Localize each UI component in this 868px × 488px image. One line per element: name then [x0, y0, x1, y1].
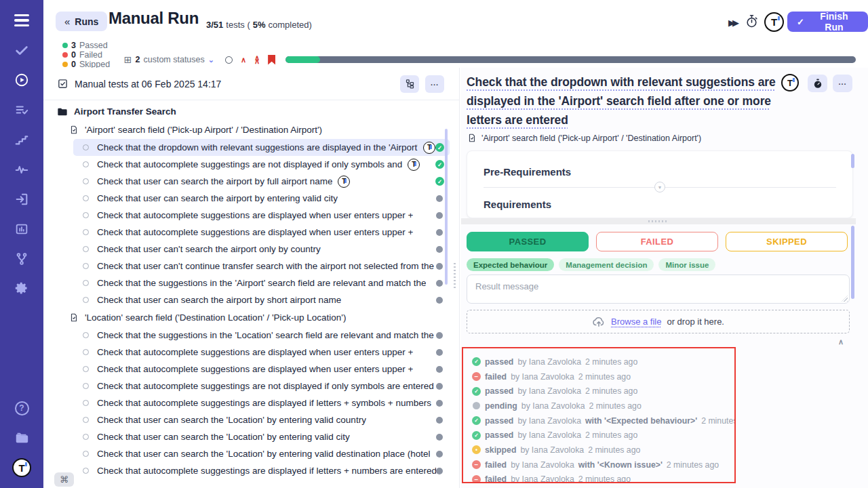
- fast-forward-icon[interactable]: ▶▶: [728, 18, 736, 28]
- detail-scrollbar-bottom[interactable]: [851, 226, 854, 299]
- completed-percent: 5%: [253, 20, 266, 30]
- tree-test-row[interactable]: Check that autocomplete suggestings are …: [73, 394, 450, 411]
- menu-icon[interactable]: [8, 7, 35, 34]
- reports-chart-icon[interactable]: [8, 216, 35, 243]
- tree-test-row[interactable]: Check that autocomplete suggestions are …: [73, 344, 450, 361]
- checklist-icon: [57, 78, 68, 89]
- testomat-logo[interactable]: T: [8, 454, 35, 481]
- skipped-button[interactable]: SKIPPED: [726, 232, 848, 251]
- branch-icon[interactable]: [8, 245, 35, 272]
- browse-file-link[interactable]: Browse a file: [611, 317, 661, 327]
- activity-status-icon: [472, 475, 481, 483]
- tree-scrollbar[interactable]: [445, 129, 448, 285]
- test-radio-icon[interactable]: [83, 280, 89, 286]
- file-dropzone[interactable]: Browse a file or drop it here.: [467, 310, 850, 333]
- finish-run-label: Finish Run: [810, 11, 859, 33]
- bookmark-icon[interactable]: [268, 55, 275, 65]
- test-automation-logo[interactable]: T: [781, 74, 799, 92]
- tree-suite-row[interactable]: 'Airport' search field ('Pick-up Airport…: [43, 121, 459, 139]
- result-tag[interactable]: Management decision: [559, 258, 654, 271]
- test-radio-icon[interactable]: [83, 263, 89, 269]
- test-radio-icon[interactable]: [83, 178, 89, 184]
- detail-resize-strip[interactable]: [461, 218, 856, 224]
- tree-test-row[interactable]: Check that autocomplete suggestings are …: [73, 378, 450, 394]
- tests-count: 3/51: [206, 20, 223, 30]
- tree-suite-row[interactable]: 'Location' search field ('Destination Lo…: [43, 308, 459, 327]
- tree-view-button[interactable]: [400, 75, 419, 93]
- test-radio-icon[interactable]: [83, 144, 89, 150]
- test-status-icon: [436, 349, 443, 356]
- test-radio-icon[interactable]: [83, 212, 89, 218]
- tree-test-row[interactable]: Check that user can search the airport b…: [73, 190, 450, 207]
- panel-divider: [459, 68, 460, 488]
- test-radio-icon[interactable]: [83, 434, 89, 440]
- test-radio-icon[interactable]: [83, 161, 89, 167]
- test-radio-icon[interactable]: [83, 400, 89, 406]
- timer-button[interactable]: [808, 75, 827, 92]
- requirements-heading: Requirements: [484, 199, 852, 210]
- run-play-icon[interactable]: [8, 66, 35, 94]
- panel-resize-handle[interactable]: [454, 263, 456, 289]
- tree-test-row[interactable]: Check that the dropdown with relevant su…: [73, 139, 450, 156]
- tests-check-icon[interactable]: [8, 37, 35, 64]
- sidebar: ? T: [0, 0, 43, 488]
- settings-gear-icon[interactable]: [8, 275, 35, 302]
- test-title[interactable]: Check that the dropdown with relevant su…: [467, 73, 793, 129]
- finish-run-button[interactable]: ✓ Finish Run: [787, 12, 868, 32]
- status-circle-icon[interactable]: [225, 56, 233, 64]
- test-radio-icon[interactable]: [83, 383, 89, 389]
- detail-scrollbar-top[interactable]: [851, 154, 854, 168]
- help-icon[interactable]: ?: [8, 394, 35, 422]
- passed-button[interactable]: PASSED: [467, 232, 589, 251]
- stopwatch-icon[interactable]: [745, 14, 758, 28]
- tree-test-row[interactable]: Check that autocomplete suggestions are …: [73, 361, 450, 378]
- tree-test-row[interactable]: Check that autocomplete suggestions are …: [73, 224, 450, 241]
- tree-test-row[interactable]: Check that user can search the 'Location…: [73, 445, 450, 462]
- test-radio-icon[interactable]: [83, 468, 89, 474]
- tree-test-row[interactable]: Check that autocomplete suggestings are …: [73, 462, 450, 479]
- tree-folder-row[interactable]: Airport Transfer Search: [43, 102, 459, 121]
- projects-folder-icon[interactable]: [8, 424, 35, 451]
- tree-test-row[interactable]: Check that user can search the 'Location…: [73, 411, 450, 428]
- test-radio-icon[interactable]: [83, 229, 89, 235]
- folder-icon: [57, 107, 68, 117]
- testomat-header-logo[interactable]: T: [764, 12, 784, 32]
- tree-test-row[interactable]: Check that user can't search the airport…: [73, 241, 450, 258]
- test-plans-icon[interactable]: [8, 96, 35, 123]
- tree-test-row[interactable]: Check that user can't continue transfer …: [73, 258, 450, 274]
- collapse-section-icon[interactable]: ▼: [654, 182, 665, 192]
- test-radio-icon[interactable]: [83, 417, 89, 423]
- test-radio-icon[interactable]: [83, 297, 89, 303]
- automated-test-icon: T: [423, 142, 435, 154]
- result-tag[interactable]: Expected behaviour: [467, 258, 554, 271]
- tree-test-row[interactable]: Check that autocomplete suggestings are …: [73, 156, 450, 173]
- test-radio-icon[interactable]: [83, 451, 89, 457]
- failed-button[interactable]: FAILED: [596, 232, 718, 251]
- test-status-icon: [436, 280, 443, 287]
- test-radio-icon[interactable]: [83, 349, 89, 355]
- import-icon[interactable]: [8, 186, 35, 213]
- milestones-steps-icon[interactable]: [8, 126, 35, 153]
- test-more-button[interactable]: ...: [833, 75, 852, 92]
- test-radio-icon[interactable]: [83, 366, 89, 372]
- test-radio-icon[interactable]: [83, 246, 89, 252]
- tree-test-row[interactable]: Check that the suggestions in the 'Airpo…: [73, 274, 450, 291]
- pulse-icon[interactable]: [8, 156, 35, 183]
- tree-test-row[interactable]: Check that the suggestions in the 'Locat…: [73, 327, 450, 344]
- tree-test-row[interactable]: Check that autocomplete suggestions are …: [73, 207, 450, 224]
- test-radio-icon[interactable]: [83, 195, 89, 201]
- collapse-history-icon[interactable]: ∧: [838, 338, 844, 346]
- priority-double-up-icon[interactable]: ∧∧: [254, 56, 260, 63]
- run-progress-bar[interactable]: [285, 56, 856, 63]
- back-to-runs-button[interactable]: « Runs: [56, 12, 107, 31]
- tree-test-row[interactable]: Check that user can search the airport b…: [73, 291, 450, 308]
- tree-more-button[interactable]: ...: [425, 75, 444, 93]
- custom-statuses-toggle[interactable]: ⊞ 2 custom statuses ⌄: [124, 54, 214, 65]
- result-message-input[interactable]: [467, 274, 850, 304]
- tree-test-row[interactable]: Check that user can search the 'Location…: [73, 428, 450, 445]
- test-radio-icon[interactable]: [83, 332, 89, 338]
- priority-up-icon[interactable]: ∧: [241, 56, 246, 64]
- test-suite-breadcrumb[interactable]: 'Airport' search field ('Pick-up Airport…: [467, 133, 701, 143]
- result-tag[interactable]: Minor issue: [658, 258, 715, 271]
- tree-test-row[interactable]: Check that user can search the airport b…: [73, 173, 450, 190]
